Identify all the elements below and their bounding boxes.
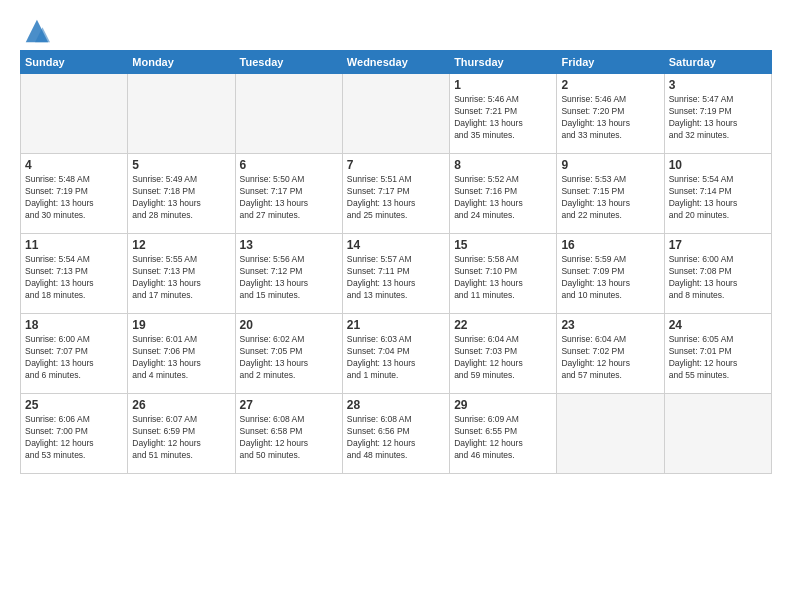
calendar-cell: 2Sunrise: 5:46 AM Sunset: 7:20 PM Daylig… bbox=[557, 74, 664, 154]
day-number: 5 bbox=[132, 158, 230, 172]
calendar-cell: 3Sunrise: 5:47 AM Sunset: 7:19 PM Daylig… bbox=[664, 74, 771, 154]
calendar-page: SundayMondayTuesdayWednesdayThursdayFrid… bbox=[0, 0, 792, 484]
day-info: Sunrise: 5:46 AM Sunset: 7:20 PM Dayligh… bbox=[561, 94, 659, 142]
calendar-cell: 6Sunrise: 5:50 AM Sunset: 7:17 PM Daylig… bbox=[235, 154, 342, 234]
day-number: 13 bbox=[240, 238, 338, 252]
day-info: Sunrise: 6:00 AM Sunset: 7:08 PM Dayligh… bbox=[669, 254, 767, 302]
calendar-cell: 27Sunrise: 6:08 AM Sunset: 6:58 PM Dayli… bbox=[235, 394, 342, 474]
day-info: Sunrise: 6:01 AM Sunset: 7:06 PM Dayligh… bbox=[132, 334, 230, 382]
day-info: Sunrise: 5:56 AM Sunset: 7:12 PM Dayligh… bbox=[240, 254, 338, 302]
col-header-tuesday: Tuesday bbox=[235, 51, 342, 74]
calendar-cell: 22Sunrise: 6:04 AM Sunset: 7:03 PM Dayli… bbox=[450, 314, 557, 394]
day-number: 17 bbox=[669, 238, 767, 252]
day-number: 25 bbox=[25, 398, 123, 412]
day-number: 11 bbox=[25, 238, 123, 252]
day-info: Sunrise: 5:53 AM Sunset: 7:15 PM Dayligh… bbox=[561, 174, 659, 222]
calendar-cell: 7Sunrise: 5:51 AM Sunset: 7:17 PM Daylig… bbox=[342, 154, 449, 234]
day-info: Sunrise: 6:09 AM Sunset: 6:55 PM Dayligh… bbox=[454, 414, 552, 462]
calendar-cell: 29Sunrise: 6:09 AM Sunset: 6:55 PM Dayli… bbox=[450, 394, 557, 474]
day-number: 24 bbox=[669, 318, 767, 332]
day-number: 28 bbox=[347, 398, 445, 412]
day-number: 20 bbox=[240, 318, 338, 332]
calendar-cell: 21Sunrise: 6:03 AM Sunset: 7:04 PM Dayli… bbox=[342, 314, 449, 394]
day-info: Sunrise: 5:46 AM Sunset: 7:21 PM Dayligh… bbox=[454, 94, 552, 142]
day-info: Sunrise: 5:57 AM Sunset: 7:11 PM Dayligh… bbox=[347, 254, 445, 302]
day-info: Sunrise: 5:51 AM Sunset: 7:17 PM Dayligh… bbox=[347, 174, 445, 222]
day-number: 6 bbox=[240, 158, 338, 172]
calendar-header-row: SundayMondayTuesdayWednesdayThursdayFrid… bbox=[21, 51, 772, 74]
day-number: 1 bbox=[454, 78, 552, 92]
day-info: Sunrise: 6:04 AM Sunset: 7:02 PM Dayligh… bbox=[561, 334, 659, 382]
calendar-cell bbox=[664, 394, 771, 474]
calendar-cell: 26Sunrise: 6:07 AM Sunset: 6:59 PM Dayli… bbox=[128, 394, 235, 474]
calendar-cell bbox=[235, 74, 342, 154]
day-number: 18 bbox=[25, 318, 123, 332]
day-info: Sunrise: 6:02 AM Sunset: 7:05 PM Dayligh… bbox=[240, 334, 338, 382]
calendar-cell bbox=[128, 74, 235, 154]
day-number: 26 bbox=[132, 398, 230, 412]
day-number: 9 bbox=[561, 158, 659, 172]
day-info: Sunrise: 5:48 AM Sunset: 7:19 PM Dayligh… bbox=[25, 174, 123, 222]
day-number: 21 bbox=[347, 318, 445, 332]
col-header-thursday: Thursday bbox=[450, 51, 557, 74]
calendar-cell: 18Sunrise: 6:00 AM Sunset: 7:07 PM Dayli… bbox=[21, 314, 128, 394]
col-header-friday: Friday bbox=[557, 51, 664, 74]
day-info: Sunrise: 6:06 AM Sunset: 7:00 PM Dayligh… bbox=[25, 414, 123, 462]
day-number: 7 bbox=[347, 158, 445, 172]
day-info: Sunrise: 6:04 AM Sunset: 7:03 PM Dayligh… bbox=[454, 334, 552, 382]
day-number: 16 bbox=[561, 238, 659, 252]
day-info: Sunrise: 5:54 AM Sunset: 7:13 PM Dayligh… bbox=[25, 254, 123, 302]
col-header-saturday: Saturday bbox=[664, 51, 771, 74]
calendar-cell: 13Sunrise: 5:56 AM Sunset: 7:12 PM Dayli… bbox=[235, 234, 342, 314]
calendar-cell: 20Sunrise: 6:02 AM Sunset: 7:05 PM Dayli… bbox=[235, 314, 342, 394]
calendar-cell: 1Sunrise: 5:46 AM Sunset: 7:21 PM Daylig… bbox=[450, 74, 557, 154]
calendar-cell: 4Sunrise: 5:48 AM Sunset: 7:19 PM Daylig… bbox=[21, 154, 128, 234]
day-info: Sunrise: 5:52 AM Sunset: 7:16 PM Dayligh… bbox=[454, 174, 552, 222]
col-header-wednesday: Wednesday bbox=[342, 51, 449, 74]
calendar-week-2: 11Sunrise: 5:54 AM Sunset: 7:13 PM Dayli… bbox=[21, 234, 772, 314]
logo-icon bbox=[22, 16, 50, 44]
day-number: 19 bbox=[132, 318, 230, 332]
day-number: 27 bbox=[240, 398, 338, 412]
page-header bbox=[20, 16, 772, 44]
day-info: Sunrise: 6:03 AM Sunset: 7:04 PM Dayligh… bbox=[347, 334, 445, 382]
day-number: 29 bbox=[454, 398, 552, 412]
day-number: 23 bbox=[561, 318, 659, 332]
calendar-cell: 10Sunrise: 5:54 AM Sunset: 7:14 PM Dayli… bbox=[664, 154, 771, 234]
calendar-week-3: 18Sunrise: 6:00 AM Sunset: 7:07 PM Dayli… bbox=[21, 314, 772, 394]
day-number: 15 bbox=[454, 238, 552, 252]
day-number: 14 bbox=[347, 238, 445, 252]
day-info: Sunrise: 5:47 AM Sunset: 7:19 PM Dayligh… bbox=[669, 94, 767, 142]
calendar-cell: 16Sunrise: 5:59 AM Sunset: 7:09 PM Dayli… bbox=[557, 234, 664, 314]
calendar-cell bbox=[21, 74, 128, 154]
calendar-cell: 14Sunrise: 5:57 AM Sunset: 7:11 PM Dayli… bbox=[342, 234, 449, 314]
calendar-cell: 12Sunrise: 5:55 AM Sunset: 7:13 PM Dayli… bbox=[128, 234, 235, 314]
calendar-cell: 5Sunrise: 5:49 AM Sunset: 7:18 PM Daylig… bbox=[128, 154, 235, 234]
calendar-cell: 23Sunrise: 6:04 AM Sunset: 7:02 PM Dayli… bbox=[557, 314, 664, 394]
day-number: 4 bbox=[25, 158, 123, 172]
calendar-cell bbox=[557, 394, 664, 474]
calendar-cell: 28Sunrise: 6:08 AM Sunset: 6:56 PM Dayli… bbox=[342, 394, 449, 474]
calendar-cell: 19Sunrise: 6:01 AM Sunset: 7:06 PM Dayli… bbox=[128, 314, 235, 394]
day-info: Sunrise: 6:08 AM Sunset: 6:56 PM Dayligh… bbox=[347, 414, 445, 462]
day-number: 22 bbox=[454, 318, 552, 332]
day-number: 12 bbox=[132, 238, 230, 252]
col-header-sunday: Sunday bbox=[21, 51, 128, 74]
day-number: 3 bbox=[669, 78, 767, 92]
day-info: Sunrise: 5:59 AM Sunset: 7:09 PM Dayligh… bbox=[561, 254, 659, 302]
day-info: Sunrise: 5:58 AM Sunset: 7:10 PM Dayligh… bbox=[454, 254, 552, 302]
day-info: Sunrise: 6:07 AM Sunset: 6:59 PM Dayligh… bbox=[132, 414, 230, 462]
day-number: 10 bbox=[669, 158, 767, 172]
calendar-cell: 15Sunrise: 5:58 AM Sunset: 7:10 PM Dayli… bbox=[450, 234, 557, 314]
calendar-table: SundayMondayTuesdayWednesdayThursdayFrid… bbox=[20, 50, 772, 474]
day-info: Sunrise: 6:08 AM Sunset: 6:58 PM Dayligh… bbox=[240, 414, 338, 462]
calendar-cell: 17Sunrise: 6:00 AM Sunset: 7:08 PM Dayli… bbox=[664, 234, 771, 314]
day-info: Sunrise: 6:00 AM Sunset: 7:07 PM Dayligh… bbox=[25, 334, 123, 382]
calendar-week-4: 25Sunrise: 6:06 AM Sunset: 7:00 PM Dayli… bbox=[21, 394, 772, 474]
calendar-week-1: 4Sunrise: 5:48 AM Sunset: 7:19 PM Daylig… bbox=[21, 154, 772, 234]
day-info: Sunrise: 5:54 AM Sunset: 7:14 PM Dayligh… bbox=[669, 174, 767, 222]
calendar-week-0: 1Sunrise: 5:46 AM Sunset: 7:21 PM Daylig… bbox=[21, 74, 772, 154]
calendar-cell: 24Sunrise: 6:05 AM Sunset: 7:01 PM Dayli… bbox=[664, 314, 771, 394]
calendar-cell: 25Sunrise: 6:06 AM Sunset: 7:00 PM Dayli… bbox=[21, 394, 128, 474]
day-info: Sunrise: 5:55 AM Sunset: 7:13 PM Dayligh… bbox=[132, 254, 230, 302]
